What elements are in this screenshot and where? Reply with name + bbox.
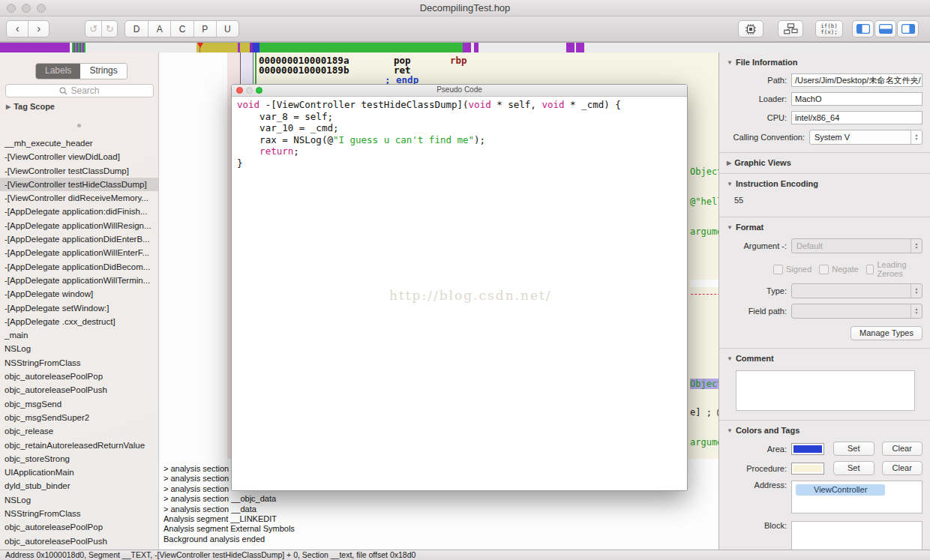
comment-textarea[interactable]	[736, 370, 915, 411]
minimize-icon[interactable]	[246, 87, 253, 94]
sidebar-list-item[interactable]: -[AppDelegate applicationDidEnterB...	[0, 232, 158, 246]
nav-segment[interactable]	[566, 43, 574, 52]
manage-types-button[interactable]: Manage Types	[850, 326, 922, 340]
zoom-icon[interactable]	[256, 87, 262, 94]
toggle-bottom-panel-button[interactable]	[874, 20, 896, 37]
block-tags-box[interactable]	[791, 521, 922, 550]
calling-convention-select[interactable]: System V ▲▼	[809, 130, 922, 145]
pseudo-code-button[interactable]: if(b) f(x);	[815, 20, 843, 37]
nav-segment[interactable]	[463, 43, 471, 52]
area-color-well[interactable]	[791, 443, 824, 455]
sidebar-list-item[interactable]: NSStringFromClass	[0, 507, 158, 520]
close-icon[interactable]	[236, 87, 243, 94]
nav-segment[interactable]	[260, 43, 463, 52]
redo-button[interactable]: ↻	[101, 21, 117, 37]
sidebar-list-item[interactable]: -[ViewController testClassDump]	[0, 164, 158, 178]
sidebar-list-item[interactable]: __mh_execute_header	[0, 136, 158, 150]
pseudo-window-titlebar[interactable]: Pseudo Code	[232, 85, 687, 97]
sidebar-list-item[interactable]: NSLog	[0, 342, 158, 355]
minimize-icon[interactable]	[22, 4, 31, 13]
field-path-select[interactable]: ▲▼	[791, 304, 922, 319]
disclosure-down-icon: ▼	[727, 427, 733, 434]
back-button[interactable]: ‹	[7, 21, 28, 37]
zoom-icon[interactable]	[37, 4, 46, 13]
nav-segment[interactable]	[196, 43, 250, 52]
control-flow-graph-button[interactable]	[778, 20, 803, 37]
nav-segment[interactable]	[576, 43, 584, 52]
procedure-color-well[interactable]	[791, 463, 824, 475]
argument-format-select[interactable]: Default ▲▼	[791, 238, 922, 253]
sidebar-list-item[interactable]: -[AppDelegate application:didFinish...	[0, 205, 158, 218]
sidebar-list-item[interactable]: -[AppDelegate applicationWillResign...	[0, 219, 158, 232]
sidebar-list-item[interactable]: objc_retainAutoreleasedReturnValue	[0, 439, 158, 452]
sidebar-list-item[interactable]: -[AppDelegate applicationWillTermin...	[0, 274, 158, 287]
procedure-clear-button[interactable]: Clear	[882, 461, 923, 475]
toggle-left-panel-button[interactable]	[852, 20, 874, 37]
tag-pill[interactable]: ViewController	[796, 484, 885, 496]
forward-button[interactable]: ›	[28, 21, 49, 37]
mode-segment-d[interactable]: D	[125, 21, 148, 37]
nav-segment[interactable]	[238, 43, 240, 52]
sidebar-list-item[interactable]: objc_release	[0, 424, 158, 438]
sidebar-list-item[interactable]: objc_storeStrong	[0, 452, 158, 466]
close-icon[interactable]	[7, 4, 16, 13]
graphic-views-header[interactable]: ▶Graphic Views	[727, 156, 922, 169]
toggle-right-panel-button[interactable]	[897, 20, 919, 37]
sidebar-list-item[interactable]: -[ViewController viewDidLoad]	[0, 150, 158, 163]
cpu-field[interactable]: intel/x86_64	[791, 111, 922, 124]
nav-segment[interactable]	[86, 43, 196, 52]
sidebar-list-item[interactable]: objc_msgSend	[0, 397, 158, 411]
sidebar-list-item[interactable]: objc_msgSendSuper2	[0, 411, 158, 424]
comment-header[interactable]: ▼Comment	[727, 352, 922, 364]
sidebar-list-item[interactable]: _main	[0, 328, 158, 342]
instruction-encoding-header[interactable]: ▼Instruction Encoding	[727, 177, 922, 190]
address-tags-box[interactable]: ViewController	[791, 481, 922, 514]
type-select[interactable]: ▲▼	[791, 283, 922, 298]
area-set-button[interactable]: Set	[833, 442, 874, 456]
sidebar-list-item[interactable]: -[ViewController testHideClassDump]	[0, 178, 158, 191]
file-information-header[interactable]: ▼File Information	[727, 55, 922, 68]
mode-segment-u[interactable]: U	[216, 21, 238, 37]
path-field[interactable]: /Users/Jim/Desktop/未命名文件夹/	[791, 73, 922, 87]
leading-zeroes-checkbox[interactable]: Leading Zeroes	[866, 260, 922, 278]
tab-strings[interactable]: Strings	[80, 64, 126, 79]
title-bar[interactable]: DecompilingTest.hop	[0, 0, 930, 16]
sidebar-list-item[interactable]: -[ViewController didReceiveMemory...	[0, 191, 158, 205]
sidebar-list-item[interactable]: objc_autoreleasePoolPop	[0, 520, 158, 534]
sidebar-list-item[interactable]: UIApplicationMain	[0, 466, 158, 479]
nav-segment[interactable]	[0, 43, 70, 52]
mode-segment-c[interactable]: C	[170, 21, 193, 37]
nav-segment[interactable]	[474, 43, 478, 52]
undo-button[interactable]: ↺	[86, 21, 101, 37]
tab-labels[interactable]: Labels	[36, 64, 80, 79]
disassembly-line[interactable]: 000000010000189bret	[259, 65, 718, 75]
sidebar-list-item[interactable]: -[AppDelegate applicationWillEnterF...	[0, 246, 158, 259]
format-header[interactable]: ▼Format	[727, 220, 922, 233]
sidebar-list-item[interactable]: -[AppDelegate .cxx_destruct]	[0, 315, 158, 328]
pseudo-code-view[interactable]: void -[ViewController testHideClassDump]…	[232, 97, 687, 491]
procedure-set-button[interactable]: Set	[833, 461, 874, 475]
sidebar-list-item[interactable]: objc_autoreleasePoolPop	[0, 370, 158, 383]
sidebar-list-item[interactable]: dyld_stub_binder	[0, 479, 158, 493]
colors-tags-header[interactable]: ▼Colors and Tags	[727, 424, 922, 436]
area-clear-button[interactable]: Clear	[882, 442, 923, 456]
loader-field[interactable]: MachO	[791, 92, 922, 106]
sidebar-list-item[interactable]: -[AppDelegate setWindow:]	[0, 301, 158, 315]
sidebar-list-item[interactable]: -[AppDelegate window]	[0, 287, 158, 301]
cpu-view-button[interactable]	[738, 20, 764, 37]
navigation-strip[interactable]	[0, 42, 930, 52]
sidebar-list-item[interactable]: objc_autoreleasePoolPush	[0, 535, 158, 548]
nav-segment[interactable]	[72, 43, 86, 52]
signed-checkbox[interactable]: Signed	[773, 260, 812, 278]
search-input[interactable]: Search	[5, 84, 154, 97]
mode-segment-a[interactable]: A	[148, 21, 170, 37]
tag-scope-disclosure[interactable]: ▶Tag Scope	[6, 102, 55, 111]
sidebar-list-item[interactable]: NSLog	[0, 493, 158, 507]
negate-checkbox[interactable]: Negate	[819, 260, 858, 278]
mode-segment-p[interactable]: P	[194, 21, 216, 37]
sidebar-list-item[interactable]: objc_autoreleasePoolPush	[0, 383, 158, 397]
sidebar-list-item[interactable]: -[AppDelegate applicationDidBecom...	[0, 260, 158, 274]
splitter-handle[interactable]	[77, 124, 81, 127]
sidebar-list-item[interactable]: NSStringFromClass	[0, 356, 158, 370]
nav-segment[interactable]	[253, 43, 260, 52]
